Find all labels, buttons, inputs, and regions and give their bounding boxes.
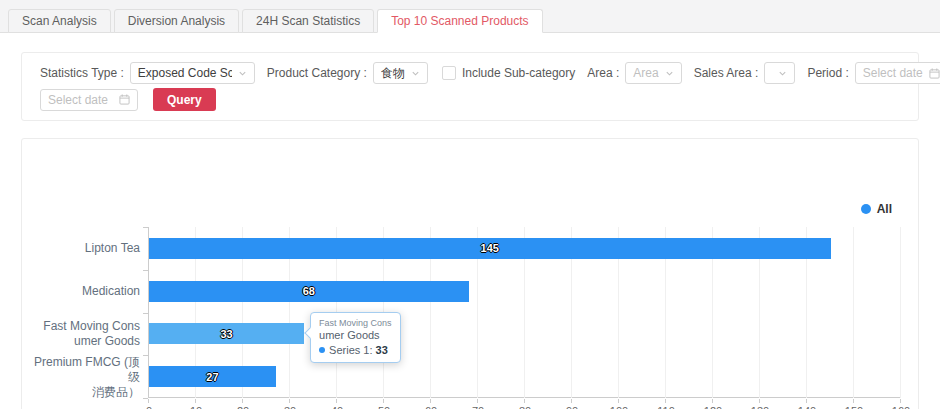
bar-value-label: 68 bbox=[149, 285, 469, 297]
x-axis-tick bbox=[665, 399, 666, 403]
bar-value-label: 33 bbox=[149, 328, 304, 340]
x-axis-tick-label: 100 bbox=[610, 405, 628, 409]
x-axis-tick-label: 80 bbox=[519, 405, 531, 409]
x-axis-tick bbox=[430, 399, 431, 403]
period-start-placeholder: Select date bbox=[863, 66, 923, 80]
x-axis-tick-label: 160 bbox=[892, 405, 910, 409]
plot-area: Fast Moving Cons umer Goods Series 1: 33… bbox=[148, 227, 900, 398]
chevron-down-icon bbox=[665, 69, 674, 78]
x-axis-tick bbox=[195, 399, 196, 403]
category-label: Lipton Tea bbox=[28, 241, 140, 256]
tooltip-series-value: 33 bbox=[376, 342, 388, 358]
bar[interactable]: 68 bbox=[149, 281, 469, 302]
area-select[interactable]: Area bbox=[625, 62, 681, 84]
bar[interactable]: 27 bbox=[149, 366, 276, 387]
area-placeholder: Area bbox=[633, 66, 658, 80]
product-category-select[interactable]: 食物 bbox=[373, 62, 428, 84]
tooltip-title-line-2: umer Goods bbox=[319, 329, 392, 342]
sales-area-select[interactable] bbox=[764, 62, 795, 84]
y-axis-tick bbox=[143, 270, 148, 271]
product-category-label: Product Category : bbox=[267, 66, 367, 80]
x-axis-tick-label: 130 bbox=[751, 405, 769, 409]
category-label: Fast Moving Cons umer Goods bbox=[28, 319, 140, 349]
period-end-date-input[interactable]: Select date bbox=[40, 89, 138, 111]
x-axis-tick bbox=[148, 399, 149, 403]
chevron-down-icon bbox=[778, 69, 787, 78]
x-axis-tick-label: 10 bbox=[190, 405, 202, 409]
y-axis-tick bbox=[143, 313, 148, 314]
tab-top-10-scanned-products[interactable]: Top 10 Scanned Products bbox=[377, 9, 542, 33]
tooltip-title-line-1: Fast Moving Cons bbox=[319, 317, 392, 329]
gridline bbox=[853, 227, 854, 398]
bar[interactable]: 33 bbox=[149, 323, 304, 344]
filter-row-2: Select date Query bbox=[40, 88, 900, 111]
filter-panel: Statistics Type : Exposed Code Scans Pro… bbox=[21, 52, 919, 121]
bar-value-label: 145 bbox=[149, 242, 831, 254]
x-axis-tick-label: 50 bbox=[378, 405, 390, 409]
tab-scan-analysis[interactable]: Scan Analysis bbox=[8, 9, 111, 33]
period-label: Period : bbox=[807, 66, 848, 80]
gridline bbox=[900, 227, 901, 398]
x-axis-tick-label: 40 bbox=[331, 405, 343, 409]
x-axis-tick bbox=[383, 399, 384, 403]
category-label: Premium FMCG (顶级 消费品） bbox=[28, 354, 140, 399]
filter-row-1: Statistics Type : Exposed Code Scans Pro… bbox=[40, 62, 900, 84]
tooltip-series-label: Series 1: bbox=[329, 342, 372, 358]
calendar-icon bbox=[119, 94, 130, 105]
tab-24h-scan-statistics[interactable]: 24H Scan Statistics bbox=[242, 9, 374, 33]
bar-value-label: 27 bbox=[149, 371, 276, 383]
period-end-placeholder: Select date bbox=[48, 93, 108, 107]
x-axis-tick-label: 30 bbox=[284, 405, 296, 409]
y-axis-tick bbox=[143, 355, 148, 356]
x-axis-tick-label: 150 bbox=[845, 405, 863, 409]
chevron-down-icon bbox=[238, 69, 247, 78]
x-axis-tick-label: 20 bbox=[237, 405, 249, 409]
legend-dot-icon bbox=[861, 204, 871, 214]
legend-label: All bbox=[877, 202, 892, 216]
product-category-value: 食物 bbox=[381, 65, 405, 82]
x-axis-tick-label: 110 bbox=[657, 405, 675, 409]
x-axis-tick bbox=[712, 399, 713, 403]
x-axis-tick bbox=[900, 399, 901, 403]
statistics-type-select[interactable]: Exposed Code Scans bbox=[130, 62, 255, 84]
y-axis-tick bbox=[143, 227, 148, 228]
x-axis-tick bbox=[289, 399, 290, 403]
x-axis-tick bbox=[759, 399, 760, 403]
y-axis-tick bbox=[143, 398, 148, 399]
x-axis-tick bbox=[242, 399, 243, 403]
query-button[interactable]: Query bbox=[153, 88, 216, 111]
bar[interactable]: 145 bbox=[149, 238, 831, 259]
chart-tooltip: Fast Moving Cons umer Goods Series 1: 33 bbox=[310, 312, 401, 363]
include-subcategory-checkbox[interactable] bbox=[442, 66, 456, 80]
statistics-type-label: Statistics Type : bbox=[40, 66, 124, 80]
x-axis-tick-label: 70 bbox=[472, 405, 484, 409]
x-axis-tick bbox=[806, 399, 807, 403]
tooltip-series-row: Series 1: 33 bbox=[319, 342, 392, 358]
x-axis-tick bbox=[853, 399, 854, 403]
tab-diversion-analysis[interactable]: Diversion Analysis bbox=[114, 9, 239, 33]
x-axis-tick-label: 0 bbox=[146, 405, 152, 409]
sales-area-label: Sales Area : bbox=[694, 66, 759, 80]
x-axis-tick-label: 90 bbox=[566, 405, 578, 409]
x-axis-tick bbox=[336, 399, 337, 403]
period-start-date-input[interactable]: Select date bbox=[855, 62, 940, 84]
chevron-down-icon bbox=[411, 69, 420, 78]
tooltip-arrow bbox=[304, 327, 315, 338]
x-axis-tick bbox=[524, 399, 525, 403]
area-label: Area : bbox=[587, 66, 619, 80]
x-axis-tick bbox=[618, 399, 619, 403]
category-label: Medication bbox=[28, 284, 140, 299]
x-axis-tick-label: 60 bbox=[425, 405, 437, 409]
x-axis-tick bbox=[477, 399, 478, 403]
x-axis-tick-label: 140 bbox=[798, 405, 816, 409]
x-axis-tick-label: 120 bbox=[704, 405, 722, 409]
calendar-icon bbox=[929, 68, 940, 79]
chart-panel: All Fast Moving Cons umer Goods Series 1… bbox=[21, 138, 919, 409]
statistics-type-value: Exposed Code Scans bbox=[138, 66, 232, 80]
series-dot-icon bbox=[319, 347, 325, 353]
tab-bar: Scan Analysis Diversion Analysis 24H Sca… bbox=[0, 0, 940, 33]
legend-item-all[interactable]: All bbox=[861, 202, 892, 216]
include-subcategory-label: Include Sub-category bbox=[462, 66, 575, 80]
x-axis-tick bbox=[571, 399, 572, 403]
